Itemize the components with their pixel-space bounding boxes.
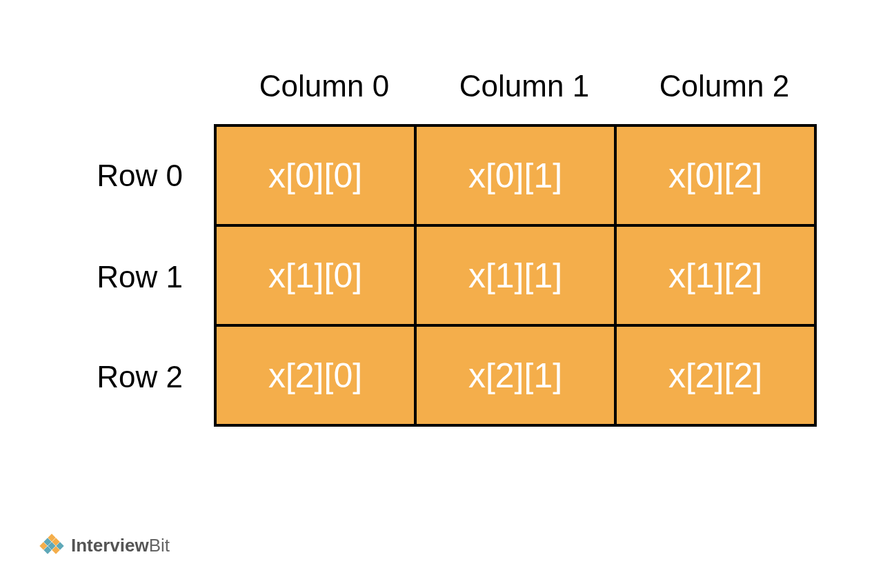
grid-row-0: Row 0 x[0][0] x[0][1] x[0][2] — [76, 124, 824, 227]
logo: InterviewBit — [38, 534, 170, 557]
row-cells-1: x[1][0] x[1][1] x[1][2] — [214, 227, 817, 327]
row-label-1: Row 1 — [76, 260, 214, 294]
logo-text-bold: Interview — [71, 535, 149, 556]
row-cells-2: x[2][0] x[2][1] x[2][2] — [214, 327, 817, 427]
logo-icon — [38, 534, 66, 557]
logo-text-light: Bit — [149, 535, 170, 556]
cell-value: x[0][1] — [421, 132, 609, 219]
grid-row-1: Row 1 x[1][0] x[1][1] x[1][2] — [76, 227, 824, 327]
cell-2-0: x[2][0] — [217, 327, 417, 427]
cell-0-1: x[0][1] — [417, 127, 617, 227]
cell-1-0: x[1][0] — [217, 227, 417, 327]
grid-area: Row 0 x[0][0] x[0][1] x[0][2] Row 1 x[1]… — [76, 124, 824, 427]
grid-row-2: Row 2 x[2][0] x[2][1] x[2][2] — [76, 327, 824, 427]
cell-2-1: x[2][1] — [417, 327, 617, 427]
cell-value: x[2][0] — [221, 332, 409, 419]
column-header-1: Column 1 — [424, 69, 624, 103]
cell-value: x[1][2] — [622, 232, 809, 319]
cell-1-2: x[1][2] — [617, 227, 817, 327]
column-headers: Column 0 Column 1 Column 2 — [224, 69, 824, 103]
row-label-2: Row 2 — [76, 360, 214, 394]
column-header-0: Column 0 — [224, 69, 424, 103]
logo-text: InterviewBit — [71, 535, 170, 556]
row-cells-0: x[0][0] x[0][1] x[0][2] — [214, 124, 817, 227]
row-label-0: Row 0 — [76, 159, 214, 193]
array-diagram: Column 0 Column 1 Column 2 Row 0 x[0][0]… — [76, 69, 824, 427]
cell-2-2: x[2][2] — [617, 327, 817, 427]
cell-value: x[1][0] — [221, 232, 409, 319]
cell-0-2: x[0][2] — [617, 127, 817, 227]
cell-value: x[0][2] — [622, 132, 809, 219]
cell-0-0: x[0][0] — [217, 127, 417, 227]
cell-value: x[2][1] — [421, 332, 609, 419]
cell-value: x[0][0] — [221, 132, 409, 219]
cell-1-1: x[1][1] — [417, 227, 617, 327]
cell-value: x[1][1] — [421, 232, 609, 319]
cell-value: x[2][2] — [622, 332, 809, 419]
column-header-2: Column 2 — [624, 69, 824, 103]
